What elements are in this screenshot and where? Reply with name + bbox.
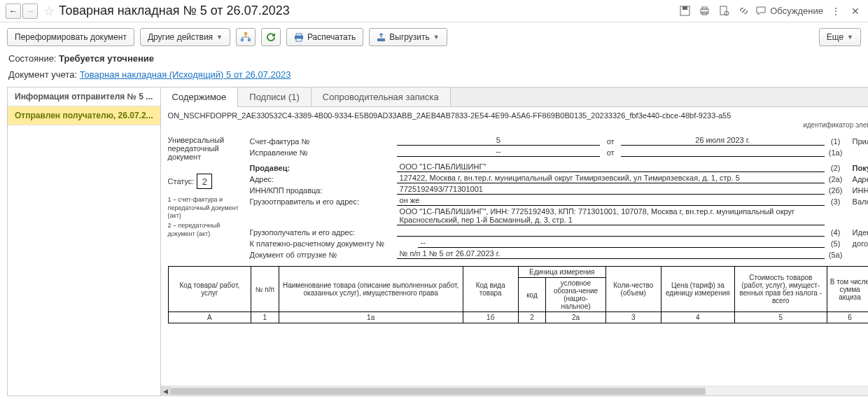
left-panel: Информация отправителя № 5 ... Отправлен… xyxy=(7,87,161,396)
close-icon[interactable]: ✕ xyxy=(848,4,862,18)
page-title: Товарная накладная № 5 от 26.07.2023 xyxy=(59,4,678,18)
other-actions-button[interactable]: Другие действия▼ xyxy=(140,28,230,46)
link-icon[interactable] xyxy=(736,4,750,18)
status-value: 2 xyxy=(197,174,212,189)
refresh-button[interactable] xyxy=(261,28,281,46)
doc-identifier: ON_NSCHFDOPPR_2AE330532C4-3389-4B00-9334… xyxy=(161,107,868,121)
horizontal-scrollbar[interactable]: ◀ ▶ xyxy=(161,386,868,396)
items-table: Код товара/ работ, услуг № п/п Наименова… xyxy=(168,266,868,323)
reform-button[interactable]: Переформировать документ xyxy=(7,28,134,46)
refresh-icon xyxy=(266,32,276,42)
save-icon[interactable] xyxy=(678,4,692,18)
hierarchy-button[interactable] xyxy=(236,28,255,46)
doc-identifier-caption: идентификатор электронного документа xyxy=(161,121,868,132)
tab-coverletter[interactable]: Сопроводительная записка xyxy=(312,88,451,106)
svg-rect-11 xyxy=(296,34,302,36)
upload-button[interactable]: Выгрузить▼ xyxy=(369,28,447,46)
svg-rect-13 xyxy=(377,38,385,41)
tab-signatures[interactable]: Подписи (1) xyxy=(238,88,311,106)
svg-rect-9 xyxy=(248,38,251,41)
document-view[interactable]: Универсальный передаточный документ Стат… xyxy=(161,132,868,386)
accounting-doc-link[interactable]: Товарная накладная (Исходящий) 5 от 26.0… xyxy=(80,69,291,80)
doc-search-icon[interactable] xyxy=(717,4,731,18)
svg-rect-7 xyxy=(244,32,247,35)
nav-forward[interactable]: → xyxy=(22,4,38,19)
tabs: Содержимое Подписи (1) Сопроводительная … xyxy=(161,88,868,107)
nav-back[interactable]: ← xyxy=(6,4,21,19)
state-row: Состояние: Требуется уточнение xyxy=(0,52,868,68)
printer-icon xyxy=(294,33,304,42)
svg-rect-1 xyxy=(682,6,687,10)
print-button[interactable]: Распечатать xyxy=(286,28,363,46)
scroll-left-icon[interactable]: ◀ xyxy=(161,386,171,396)
svg-rect-3 xyxy=(702,7,707,9)
doclink-row: Документ учета: Товарная накладная (Исхо… xyxy=(0,68,868,87)
scroll-thumb[interactable] xyxy=(171,388,706,395)
upload-icon xyxy=(377,33,386,42)
svg-rect-8 xyxy=(241,38,244,41)
svg-rect-5 xyxy=(720,6,727,15)
chat-icon xyxy=(756,6,767,16)
tab-content[interactable]: Содержимое xyxy=(161,88,239,107)
discuss-button[interactable]: Обсуждение xyxy=(756,6,823,16)
left-item-sender-info[interactable]: Информация отправителя № 5 ... xyxy=(8,88,160,106)
more-button[interactable]: Еще▼ xyxy=(819,28,861,46)
kebab-icon[interactable]: ⋮ xyxy=(829,4,843,18)
print-icon[interactable] xyxy=(697,4,711,18)
favorite-star-icon[interactable]: ☆ xyxy=(43,4,55,19)
left-item-sent[interactable]: Отправлен получателю, 26.07.2... xyxy=(8,106,160,125)
svg-rect-12 xyxy=(296,38,302,41)
hierarchy-icon xyxy=(240,32,251,42)
